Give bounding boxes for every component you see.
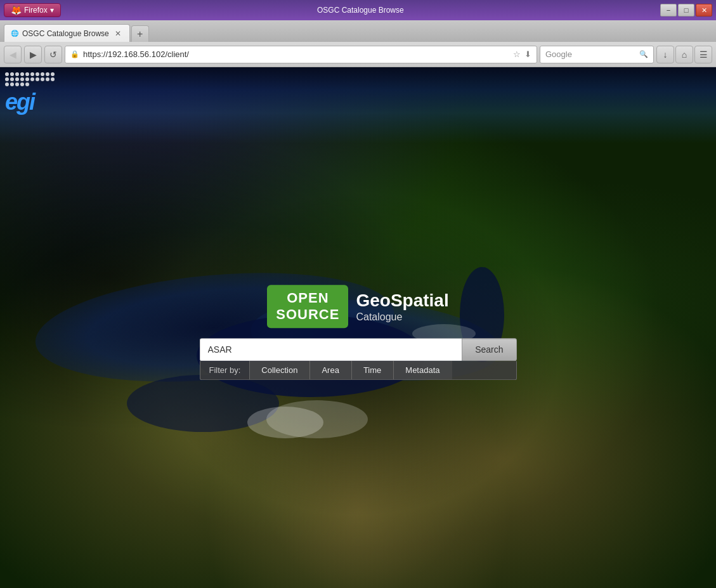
- egi-text: egi: [5, 89, 75, 115]
- new-tab-button[interactable]: +: [131, 25, 149, 42]
- back-button[interactable]: ◀: [4, 46, 22, 63]
- search-input[interactable]: [200, 338, 462, 361]
- close-button[interactable]: ✕: [696, 4, 712, 16]
- download-button[interactable]: ↓: [656, 46, 674, 63]
- title-bar: 🦊 Firefox ▾ OSGC Catalogue Browse − □ ✕: [0, 0, 716, 20]
- badge-line1: OPEN: [287, 290, 329, 306]
- catalogue-sub-text: Catalogue: [356, 311, 448, 323]
- minimize-button[interactable]: −: [660, 4, 677, 16]
- browser-search-bar[interactable]: Google 🔍: [540, 46, 654, 63]
- refresh-button[interactable]: ↺: [44, 46, 62, 63]
- browser-search-placeholder: Google: [545, 49, 572, 59]
- address-text: https://192.168.56.102/client/: [83, 49, 509, 59]
- egi-dots: [5, 72, 56, 86]
- geospatial-title: GeoSpatial Catalogue: [356, 290, 448, 323]
- menu-button[interactable]: ☰: [694, 46, 712, 63]
- address-bar[interactable]: 🔒 https://192.168.56.102/client/ ☆ ⬇: [65, 46, 537, 63]
- search-button[interactable]: Search: [462, 338, 516, 361]
- window-title-text: OSGC Catalogue Browse: [317, 6, 404, 15]
- geospatial-main-text: GeoSpatial: [356, 290, 448, 311]
- firefox-icon: 🦊: [11, 5, 22, 15]
- address-arrow-icon[interactable]: ⬇: [524, 49, 531, 59]
- home-button[interactable]: ⌂: [675, 46, 693, 63]
- address-lock-icon: 🔒: [70, 50, 79, 58]
- address-star-icon[interactable]: ☆: [513, 49, 521, 59]
- active-tab[interactable]: 🌐 OSGC Catalogue Browse ✕: [4, 24, 130, 42]
- badge-line2: SOURCE: [276, 306, 339, 322]
- filter-metadata-button[interactable]: Metadata: [393, 361, 452, 379]
- tab-title: OSGC Catalogue Browse: [22, 29, 109, 38]
- tab-close-button[interactable]: ✕: [113, 29, 123, 39]
- filter-time-button[interactable]: Time: [351, 361, 393, 379]
- filter-collection-button[interactable]: Collection: [249, 361, 309, 379]
- app-center-content: OPEN SOURCE GeoSpatial Catalogue Search …: [200, 285, 517, 381]
- firefox-menu-button[interactable]: 🦊 Firefox ▾: [4, 3, 61, 17]
- search-row: Search: [200, 338, 517, 361]
- browser-frame: 🦊 Firefox ▾ OSGC Catalogue Browse − □ ✕ …: [0, 0, 716, 588]
- egi-logo: egi: [5, 72, 75, 123]
- forward-button[interactable]: ▶: [24, 46, 42, 63]
- nav-bar: ◀ ▶ ↺ 🔒 https://192.168.56.102/client/ ☆…: [0, 42, 716, 67]
- filter-area-button[interactable]: Area: [309, 361, 351, 379]
- window-title: OSGC Catalogue Browse: [65, 6, 656, 15]
- toolbar-icons: ↓ ⌂ ☰: [656, 46, 712, 63]
- firefox-label: Firefox: [24, 6, 48, 15]
- content-area: egi OPEN SOURCE GeoSpatial Catalogue Sea…: [0, 67, 716, 588]
- filter-row: Filter by: Collection Area Time Metadata: [200, 361, 517, 380]
- firefox-dropdown-icon: ▾: [50, 6, 54, 15]
- logo-area: OPEN SOURCE GeoSpatial Catalogue: [267, 285, 448, 329]
- open-source-badge: OPEN SOURCE: [267, 285, 348, 329]
- tab-bar: 🌐 OSGC Catalogue Browse ✕ +: [0, 20, 716, 42]
- filter-label: Filter by:: [200, 361, 250, 379]
- search-area: Search Filter by: Collection Area Time M…: [200, 338, 517, 380]
- tab-favicon: 🌐: [11, 30, 18, 37]
- browser-search-icon: 🔍: [639, 50, 648, 58]
- window-controls: − □ ✕: [660, 4, 712, 16]
- maximize-button[interactable]: □: [678, 4, 694, 16]
